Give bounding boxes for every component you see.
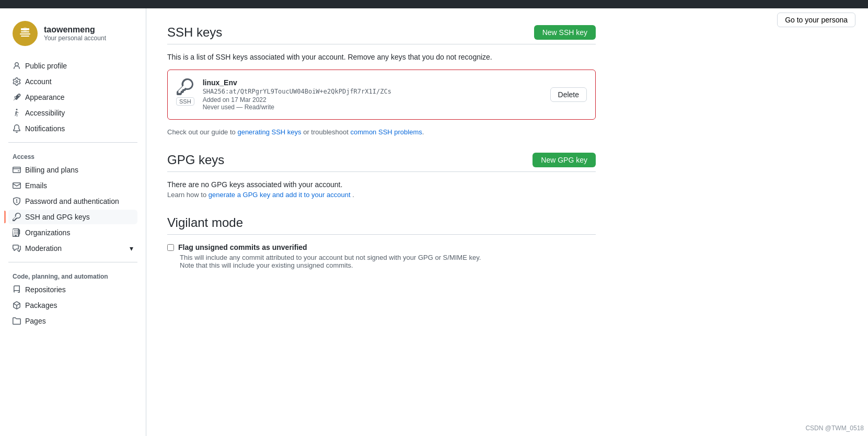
sidebar-label-account: Account bbox=[25, 77, 52, 86]
repo-icon bbox=[13, 285, 21, 294]
sidebar-item-appearance[interactable]: Appearance bbox=[8, 90, 137, 105]
user-subtitle: Your personal account bbox=[44, 35, 106, 42]
vigilant-mode-section: Vigilant mode Flag unsigned commits as u… bbox=[167, 215, 596, 269]
gpg-empty-text: There are no GPG keys associated with yo… bbox=[167, 180, 596, 189]
vigilant-title: Vigilant mode bbox=[167, 215, 243, 230]
ssh-description: This is a list of SSH keys associated wi… bbox=[167, 53, 596, 61]
key-added: Added on 17 Mar 2022 bbox=[203, 96, 542, 104]
generate-gpg-key-link[interactable]: generate a GPG key and add it to your ac… bbox=[209, 191, 351, 199]
main-content: SSH keys New SSH key This is a list of S… bbox=[146, 8, 617, 436]
paintbrush-icon bbox=[13, 93, 21, 101]
ssh-section-divider bbox=[167, 44, 596, 44]
sidebar-item-billing[interactable]: Billing and plans bbox=[8, 163, 137, 177]
username: taowenmeng bbox=[44, 25, 106, 35]
sidebar-label-accessibility: Accessibility bbox=[25, 109, 65, 117]
new-gpg-key-button[interactable]: New GPG key bbox=[533, 153, 596, 167]
gpg-keys-section: GPG keys New GPG key There are no GPG ke… bbox=[167, 153, 596, 199]
org-icon bbox=[13, 228, 21, 237]
moderation-icon bbox=[13, 244, 21, 253]
sidebar-label-organizations: Organizations bbox=[25, 228, 70, 237]
sidebar-item-public-profile[interactable]: Public profile bbox=[8, 59, 137, 73]
ssh-keys-header: SSH keys New SSH key bbox=[167, 25, 596, 40]
sidebar-label-notifications: Notifications bbox=[25, 124, 65, 133]
nav-divider-1 bbox=[8, 142, 137, 143]
new-ssh-key-button[interactable]: New SSH key bbox=[534, 25, 596, 40]
key-details: linux_Env SHA256:at/QtRPgrYL9ToucUW04Boi… bbox=[203, 78, 542, 111]
sidebar-label-moderation: Moderation bbox=[25, 244, 62, 253]
goto-personal-button[interactable]: Go to your persona bbox=[777, 13, 855, 27]
sidebar-label-password-auth: Password and authentication bbox=[25, 197, 119, 205]
key-icon bbox=[13, 213, 21, 221]
sidebar-label-appearance: Appearance bbox=[25, 93, 65, 101]
ssh-helper-text: Check out our guide to generating SSH ke… bbox=[167, 128, 596, 136]
sidebar-label-emails: Emails bbox=[25, 181, 47, 190]
access-section-label: Access bbox=[8, 149, 137, 163]
sidebar-item-password-auth[interactable]: Password and authentication bbox=[8, 194, 137, 209]
sidebar-item-repositories[interactable]: Repositories bbox=[8, 282, 137, 297]
sidebar-item-organizations[interactable]: Organizations bbox=[8, 225, 137, 240]
gpg-helper-text: Learn how to generate a GPG key and add … bbox=[167, 191, 596, 199]
pages-icon bbox=[13, 317, 21, 325]
common-ssh-problems-link[interactable]: common SSH problems bbox=[351, 128, 422, 136]
user-info: taowenmeng Your personal account bbox=[8, 21, 137, 46]
sidebar-item-moderation[interactable]: Moderation ▾ bbox=[8, 241, 137, 256]
sidebar-label-public-profile: Public profile bbox=[25, 62, 67, 70]
vigilant-checkbox[interactable] bbox=[167, 244, 174, 251]
vigilant-desc-2: Note that this will include your existin… bbox=[180, 261, 596, 269]
code-nav: Repositories Packages Pages bbox=[8, 282, 137, 328]
main-nav: Public profile Account Appearance Access… bbox=[8, 59, 137, 136]
svg-point-5 bbox=[23, 27, 27, 31]
gpg-section-divider bbox=[167, 171, 596, 172]
gpg-keys-title: GPG keys bbox=[167, 153, 224, 167]
sidebar-item-ssh-gpg[interactable]: SSH and GPG keys bbox=[8, 210, 137, 224]
ssh-helper-suffix: . bbox=[422, 128, 424, 136]
svg-rect-3 bbox=[20, 33, 30, 35]
creditcard-icon bbox=[13, 166, 21, 174]
ssh-helper-mid: or troubleshoot bbox=[302, 128, 351, 136]
sidebar-item-packages[interactable]: Packages bbox=[8, 298, 137, 313]
gpg-keys-header: GPG keys New GPG key bbox=[167, 153, 596, 167]
ssh-key-card: SSH linux_Env SHA256:at/QtRPgrYL9ToucUW0… bbox=[167, 70, 596, 120]
gear-icon bbox=[13, 77, 21, 86]
key-usage: Never used — Read/write bbox=[203, 104, 542, 111]
sidebar-item-account[interactable]: Account bbox=[8, 74, 137, 89]
email-icon bbox=[13, 181, 21, 190]
svg-rect-4 bbox=[21, 36, 29, 37]
vigilant-checkbox-row: Flag unsigned commits as unverified bbox=[167, 243, 596, 251]
sidebar: taowenmeng Your personal account Public … bbox=[0, 8, 146, 436]
ssh-key-icon bbox=[177, 78, 193, 95]
code-section-label: Code, planning, and automation bbox=[8, 269, 137, 282]
gpg-helper-suffix: . bbox=[351, 191, 354, 199]
delete-ssh-key-button[interactable]: Delete bbox=[550, 87, 587, 102]
ssh-keys-section: SSH keys New SSH key This is a list of S… bbox=[167, 25, 596, 136]
watermark: CSDN @TWM_0518 bbox=[805, 424, 864, 432]
key-fingerprint: SHA256:at/QtRPgrYL9ToucUW04BoiW+e2QkPDjf… bbox=[203, 88, 542, 95]
sidebar-item-pages[interactable]: Pages bbox=[8, 314, 137, 328]
key-name: linux_Env bbox=[203, 78, 542, 87]
chevron-down-icon: ▾ bbox=[130, 244, 133, 253]
sidebar-label-repositories: Repositories bbox=[25, 285, 66, 294]
bell-icon bbox=[13, 124, 21, 133]
person-icon bbox=[13, 62, 21, 70]
ssh-helper-prefix: Check out our guide to bbox=[167, 128, 237, 136]
vigilant-section-divider bbox=[167, 234, 596, 235]
accessibility-icon bbox=[13, 109, 21, 117]
key-icon-wrap: SSH bbox=[176, 78, 194, 106]
vigilant-checkbox-label[interactable]: Flag unsigned commits as unverified bbox=[178, 243, 307, 251]
sidebar-item-emails[interactable]: Emails bbox=[8, 178, 137, 193]
sidebar-label-packages: Packages bbox=[25, 301, 57, 309]
vigilant-desc-1: This will include any commit attributed … bbox=[180, 254, 596, 261]
shield-icon bbox=[13, 197, 21, 205]
sidebar-label-pages: Pages bbox=[25, 317, 46, 325]
vigilant-header: Vigilant mode bbox=[167, 215, 596, 230]
sidebar-item-notifications[interactable]: Notifications bbox=[8, 121, 137, 136]
generating-ssh-keys-link[interactable]: generating SSH keys bbox=[237, 128, 301, 136]
nav-divider-2 bbox=[8, 262, 137, 262]
ssh-keys-title: SSH keys bbox=[167, 25, 222, 40]
top-bar bbox=[0, 0, 868, 8]
ssh-type-badge: SSH bbox=[176, 97, 194, 106]
gpg-helper-prefix: Learn how to bbox=[167, 191, 209, 199]
access-nav: Billing and plans Emails Password and au… bbox=[8, 163, 137, 256]
package-icon bbox=[13, 301, 21, 309]
sidebar-item-accessibility[interactable]: Accessibility bbox=[8, 106, 137, 120]
